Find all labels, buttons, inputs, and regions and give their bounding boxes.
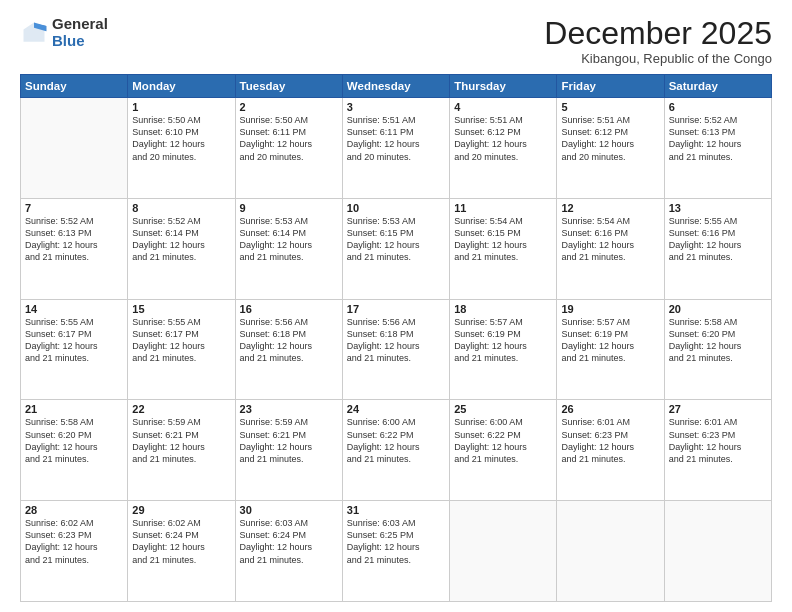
calendar-cell: 12Sunrise: 5:54 AM Sunset: 6:16 PM Dayli… (557, 198, 664, 299)
calendar-cell: 20Sunrise: 5:58 AM Sunset: 6:20 PM Dayli… (664, 299, 771, 400)
cell-info: Sunrise: 5:55 AM Sunset: 6:17 PM Dayligh… (132, 316, 230, 365)
day-number: 22 (132, 403, 230, 415)
cell-info: Sunrise: 5:51 AM Sunset: 6:12 PM Dayligh… (454, 114, 552, 163)
cell-info: Sunrise: 5:59 AM Sunset: 6:21 PM Dayligh… (132, 416, 230, 465)
calendar-cell: 21Sunrise: 5:58 AM Sunset: 6:20 PM Dayli… (21, 400, 128, 501)
calendar-cell: 25Sunrise: 6:00 AM Sunset: 6:22 PM Dayli… (450, 400, 557, 501)
cell-info: Sunrise: 5:54 AM Sunset: 6:15 PM Dayligh… (454, 215, 552, 264)
cell-info: Sunrise: 5:52 AM Sunset: 6:14 PM Dayligh… (132, 215, 230, 264)
day-number: 28 (25, 504, 123, 516)
day-number: 1 (132, 101, 230, 113)
cell-info: Sunrise: 5:55 AM Sunset: 6:16 PM Dayligh… (669, 215, 767, 264)
day-number: 6 (669, 101, 767, 113)
cell-info: Sunrise: 5:58 AM Sunset: 6:20 PM Dayligh… (25, 416, 123, 465)
calendar-cell: 2Sunrise: 5:50 AM Sunset: 6:11 PM Daylig… (235, 98, 342, 199)
day-number: 5 (561, 101, 659, 113)
calendar-cell: 1Sunrise: 5:50 AM Sunset: 6:10 PM Daylig… (128, 98, 235, 199)
calendar-cell: 22Sunrise: 5:59 AM Sunset: 6:21 PM Dayli… (128, 400, 235, 501)
calendar-cell: 24Sunrise: 6:00 AM Sunset: 6:22 PM Dayli… (342, 400, 449, 501)
day-number: 18 (454, 303, 552, 315)
cell-info: Sunrise: 5:55 AM Sunset: 6:17 PM Dayligh… (25, 316, 123, 365)
logo-blue: Blue (52, 33, 108, 50)
day-number: 16 (240, 303, 338, 315)
calendar-cell: 29Sunrise: 6:02 AM Sunset: 6:24 PM Dayli… (128, 501, 235, 602)
calendar-cell: 26Sunrise: 6:01 AM Sunset: 6:23 PM Dayli… (557, 400, 664, 501)
week-row: 14Sunrise: 5:55 AM Sunset: 6:17 PM Dayli… (21, 299, 772, 400)
calendar-cell: 27Sunrise: 6:01 AM Sunset: 6:23 PM Dayli… (664, 400, 771, 501)
calendar-cell: 16Sunrise: 5:56 AM Sunset: 6:18 PM Dayli… (235, 299, 342, 400)
day-number: 31 (347, 504, 445, 516)
cell-info: Sunrise: 5:53 AM Sunset: 6:15 PM Dayligh… (347, 215, 445, 264)
day-number: 10 (347, 202, 445, 214)
cell-info: Sunrise: 5:51 AM Sunset: 6:12 PM Dayligh… (561, 114, 659, 163)
day-number: 26 (561, 403, 659, 415)
cell-info: Sunrise: 6:00 AM Sunset: 6:22 PM Dayligh… (347, 416, 445, 465)
header-row: SundayMondayTuesdayWednesdayThursdayFrid… (21, 75, 772, 98)
cell-info: Sunrise: 5:52 AM Sunset: 6:13 PM Dayligh… (25, 215, 123, 264)
day-number: 24 (347, 403, 445, 415)
day-header: Sunday (21, 75, 128, 98)
calendar-cell: 10Sunrise: 5:53 AM Sunset: 6:15 PM Dayli… (342, 198, 449, 299)
location: Kibangou, Republic of the Congo (544, 51, 772, 66)
calendar-cell: 9Sunrise: 5:53 AM Sunset: 6:14 PM Daylig… (235, 198, 342, 299)
calendar-cell: 15Sunrise: 5:55 AM Sunset: 6:17 PM Dayli… (128, 299, 235, 400)
cell-info: Sunrise: 6:02 AM Sunset: 6:24 PM Dayligh… (132, 517, 230, 566)
cell-info: Sunrise: 5:56 AM Sunset: 6:18 PM Dayligh… (240, 316, 338, 365)
day-number: 4 (454, 101, 552, 113)
calendar-cell: 31Sunrise: 6:03 AM Sunset: 6:25 PM Dayli… (342, 501, 449, 602)
cell-info: Sunrise: 6:03 AM Sunset: 6:25 PM Dayligh… (347, 517, 445, 566)
cell-info: Sunrise: 5:50 AM Sunset: 6:11 PM Dayligh… (240, 114, 338, 163)
day-header: Thursday (450, 75, 557, 98)
calendar: SundayMondayTuesdayWednesdayThursdayFrid… (20, 74, 772, 602)
day-header: Monday (128, 75, 235, 98)
logo-text: General Blue (52, 16, 108, 49)
cell-info: Sunrise: 5:59 AM Sunset: 6:21 PM Dayligh… (240, 416, 338, 465)
day-header: Tuesday (235, 75, 342, 98)
calendar-cell (664, 501, 771, 602)
day-header: Friday (557, 75, 664, 98)
logo-icon (20, 19, 48, 47)
calendar-cell: 28Sunrise: 6:02 AM Sunset: 6:23 PM Dayli… (21, 501, 128, 602)
week-row: 28Sunrise: 6:02 AM Sunset: 6:23 PM Dayli… (21, 501, 772, 602)
calendar-cell: 8Sunrise: 5:52 AM Sunset: 6:14 PM Daylig… (128, 198, 235, 299)
page: General Blue December 2025 Kibangou, Rep… (0, 0, 792, 612)
calendar-cell (450, 501, 557, 602)
cell-info: Sunrise: 5:54 AM Sunset: 6:16 PM Dayligh… (561, 215, 659, 264)
day-number: 3 (347, 101, 445, 113)
cell-info: Sunrise: 6:03 AM Sunset: 6:24 PM Dayligh… (240, 517, 338, 566)
day-number: 19 (561, 303, 659, 315)
cell-info: Sunrise: 5:50 AM Sunset: 6:10 PM Dayligh… (132, 114, 230, 163)
calendar-cell: 18Sunrise: 5:57 AM Sunset: 6:19 PM Dayli… (450, 299, 557, 400)
week-row: 1Sunrise: 5:50 AM Sunset: 6:10 PM Daylig… (21, 98, 772, 199)
month-title: December 2025 (544, 16, 772, 51)
day-number: 27 (669, 403, 767, 415)
day-number: 20 (669, 303, 767, 315)
cell-info: Sunrise: 5:58 AM Sunset: 6:20 PM Dayligh… (669, 316, 767, 365)
cell-info: Sunrise: 6:01 AM Sunset: 6:23 PM Dayligh… (561, 416, 659, 465)
calendar-cell: 7Sunrise: 5:52 AM Sunset: 6:13 PM Daylig… (21, 198, 128, 299)
day-number: 2 (240, 101, 338, 113)
cell-info: Sunrise: 5:57 AM Sunset: 6:19 PM Dayligh… (561, 316, 659, 365)
calendar-cell: 14Sunrise: 5:55 AM Sunset: 6:17 PM Dayli… (21, 299, 128, 400)
day-number: 23 (240, 403, 338, 415)
calendar-cell: 17Sunrise: 5:56 AM Sunset: 6:18 PM Dayli… (342, 299, 449, 400)
day-number: 11 (454, 202, 552, 214)
cell-info: Sunrise: 5:53 AM Sunset: 6:14 PM Dayligh… (240, 215, 338, 264)
week-row: 7Sunrise: 5:52 AM Sunset: 6:13 PM Daylig… (21, 198, 772, 299)
calendar-cell (21, 98, 128, 199)
cell-info: Sunrise: 5:56 AM Sunset: 6:18 PM Dayligh… (347, 316, 445, 365)
day-number: 12 (561, 202, 659, 214)
calendar-cell: 19Sunrise: 5:57 AM Sunset: 6:19 PM Dayli… (557, 299, 664, 400)
calendar-cell: 30Sunrise: 6:03 AM Sunset: 6:24 PM Dayli… (235, 501, 342, 602)
calendar-cell: 13Sunrise: 5:55 AM Sunset: 6:16 PM Dayli… (664, 198, 771, 299)
cell-info: Sunrise: 5:51 AM Sunset: 6:11 PM Dayligh… (347, 114, 445, 163)
week-row: 21Sunrise: 5:58 AM Sunset: 6:20 PM Dayli… (21, 400, 772, 501)
cell-info: Sunrise: 6:02 AM Sunset: 6:23 PM Dayligh… (25, 517, 123, 566)
day-number: 13 (669, 202, 767, 214)
day-header: Saturday (664, 75, 771, 98)
cell-info: Sunrise: 6:00 AM Sunset: 6:22 PM Dayligh… (454, 416, 552, 465)
cell-info: Sunrise: 5:52 AM Sunset: 6:13 PM Dayligh… (669, 114, 767, 163)
calendar-cell: 5Sunrise: 5:51 AM Sunset: 6:12 PM Daylig… (557, 98, 664, 199)
calendar-cell: 11Sunrise: 5:54 AM Sunset: 6:15 PM Dayli… (450, 198, 557, 299)
calendar-cell: 6Sunrise: 5:52 AM Sunset: 6:13 PM Daylig… (664, 98, 771, 199)
